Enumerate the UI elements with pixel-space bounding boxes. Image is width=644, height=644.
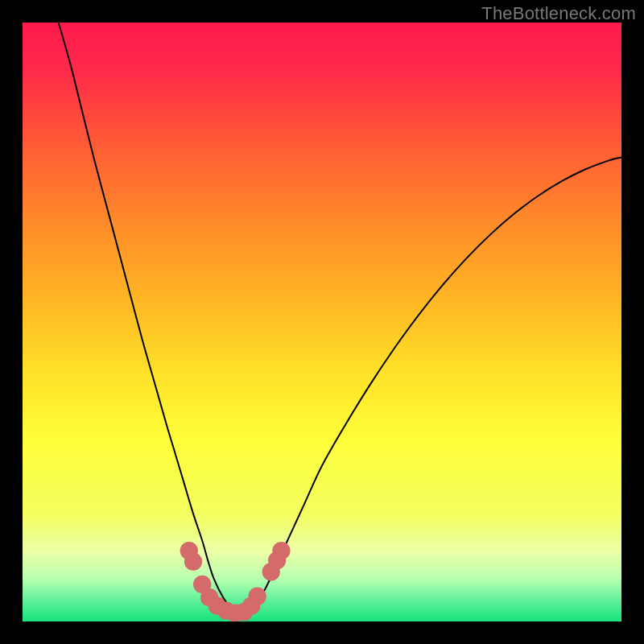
marker-dot bbox=[248, 588, 266, 605]
chart-plot-area bbox=[23, 23, 621, 621]
chart-background bbox=[23, 23, 621, 621]
chart-frame: TheBottleneck.com bbox=[0, 0, 644, 644]
chart-svg bbox=[23, 23, 621, 621]
marker-dot bbox=[184, 552, 202, 570]
watermark-text: TheBottleneck.com bbox=[481, 3, 636, 24]
marker-dot bbox=[272, 542, 290, 559]
